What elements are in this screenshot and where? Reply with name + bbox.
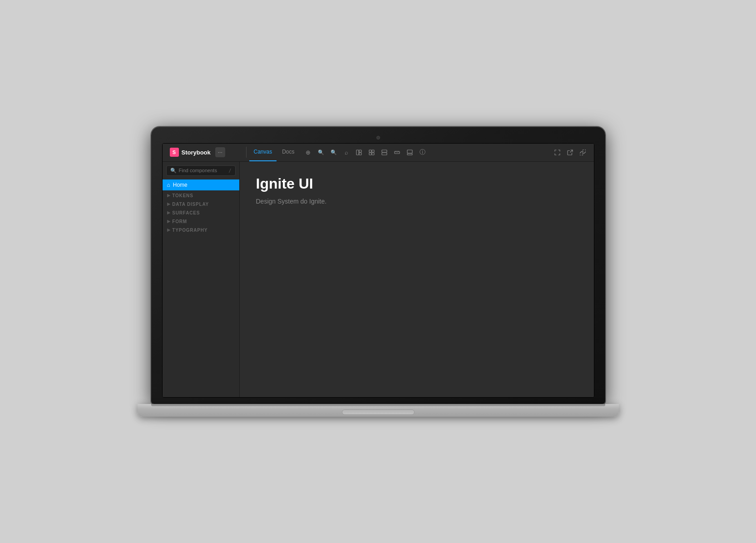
surfaces-label: SURFACES [172, 210, 200, 215]
header-menu-button[interactable]: ··· [215, 147, 225, 157]
home-label: Home [173, 182, 188, 188]
sidebar-item-typography[interactable]: ▶ TYPOGRAPHY [167, 228, 235, 233]
svg-rect-14 [407, 154, 412, 155]
svg-rect-5 [369, 153, 371, 155]
ruler-icon[interactable] [392, 147, 403, 158]
app-container: S Storybook ··· Canvas Docs ⊕ 🔍 🔍 [163, 144, 594, 397]
tabs-area: Canvas Docs [249, 143, 299, 161]
sidebar-item-home[interactable]: ⌂ Home [163, 179, 239, 190]
split-icon[interactable] [379, 147, 390, 158]
nav-section-tokens: ▶ TOKENS [163, 190, 239, 199]
chevron-right-icon: ▶ [167, 219, 171, 224]
chevron-right-icon: ▶ [167, 228, 171, 232]
svg-rect-7 [382, 150, 387, 152]
sidebar-item-surfaces[interactable]: ▶ SURFACES [167, 210, 235, 215]
camera-notch [376, 136, 380, 139]
canvas-area: Ignite UI Design System do Ignite. [240, 162, 594, 397]
brand-name: Storybook [182, 149, 211, 156]
data-display-label: DATA DISPLAY [172, 202, 209, 207]
zoom-out-icon[interactable]: 🔍 [328, 147, 339, 158]
nav-section-typography: ▶ TYPOGRAPHY [163, 225, 239, 234]
sidebar-item-data-display[interactable]: ▶ DATA DISPLAY [167, 202, 235, 207]
header-divider [246, 147, 247, 158]
open-new-icon[interactable] [565, 147, 576, 158]
info-icon[interactable]: ⓘ [417, 147, 428, 158]
form-label: FORM [172, 219, 187, 224]
svg-rect-1 [359, 150, 361, 152]
zoom-in-icon[interactable]: 🔍 [316, 147, 326, 158]
search-icon: 🔍 [170, 168, 177, 174]
search-bar[interactable]: 🔍 / [166, 165, 236, 176]
laptop-hinge [151, 404, 605, 406]
search-input[interactable] [179, 168, 227, 173]
tokens-label: TOKENS [172, 193, 193, 198]
link-icon[interactable] [578, 147, 588, 158]
nav-section-data-display: ▶ DATA DISPLAY [163, 199, 239, 208]
nav-section-form: ▶ FORM [163, 216, 239, 225]
svg-rect-0 [356, 150, 359, 155]
nav-section-surfaces: ▶ SURFACES [163, 208, 239, 216]
page-subtitle: Design System do Ignite. [256, 198, 578, 205]
typography-label: TYPOGRAPHY [172, 228, 208, 233]
tab-canvas[interactable]: Canvas [249, 143, 277, 161]
chevron-right-icon: ▶ [167, 193, 171, 198]
storybook-logo-icon: S [170, 148, 179, 157]
grid-icon[interactable] [366, 147, 377, 158]
laptop-screen: S Storybook ··· Canvas Docs ⊕ 🔍 🔍 [162, 143, 594, 398]
svg-rect-8 [382, 153, 387, 155]
laptop-wrapper: S Storybook ··· Canvas Docs ⊕ 🔍 🔍 [128, 127, 628, 417]
sidebar: 🔍 / ⌂ Home ▶ TO [163, 162, 240, 397]
toolbar-icons: ⊕ 🔍 🔍 ⌕ [303, 147, 428, 158]
panel-icon[interactable] [405, 147, 415, 158]
home-icon: ⌂ [167, 182, 170, 188]
app-body: 🔍 / ⌂ Home ▶ TO [163, 162, 594, 397]
svg-rect-2 [359, 153, 361, 155]
tab-docs[interactable]: Docs [277, 143, 299, 161]
svg-rect-4 [372, 150, 374, 152]
search-shortcut: / [228, 168, 231, 173]
layout1-icon[interactable] [354, 147, 365, 158]
laptop-trackpad [342, 409, 415, 415]
chevron-right-icon: ▶ [167, 202, 171, 206]
app-header: S Storybook ··· Canvas Docs ⊕ 🔍 🔍 [163, 144, 594, 162]
header-right-icons [552, 147, 590, 158]
chevron-right-icon: ▶ [167, 210, 171, 215]
header-brand: S Storybook ··· [166, 147, 243, 157]
sidebar-item-tokens[interactable]: ▶ TOKENS [167, 193, 235, 198]
svg-rect-13 [407, 150, 412, 153]
laptop-lid: S Storybook ··· Canvas Docs ⊕ 🔍 🔍 [151, 127, 605, 404]
svg-rect-3 [369, 150, 371, 152]
fullscreen-icon[interactable] [552, 147, 563, 158]
laptop-base [138, 404, 619, 417]
svg-rect-6 [372, 153, 374, 155]
sidebar-item-form[interactable]: ▶ FORM [167, 219, 235, 224]
page-title: Ignite UI [256, 175, 578, 192]
reset-zoom-icon[interactable]: ⊕ [303, 147, 314, 158]
search-canvas-icon[interactable]: ⌕ [341, 147, 352, 158]
